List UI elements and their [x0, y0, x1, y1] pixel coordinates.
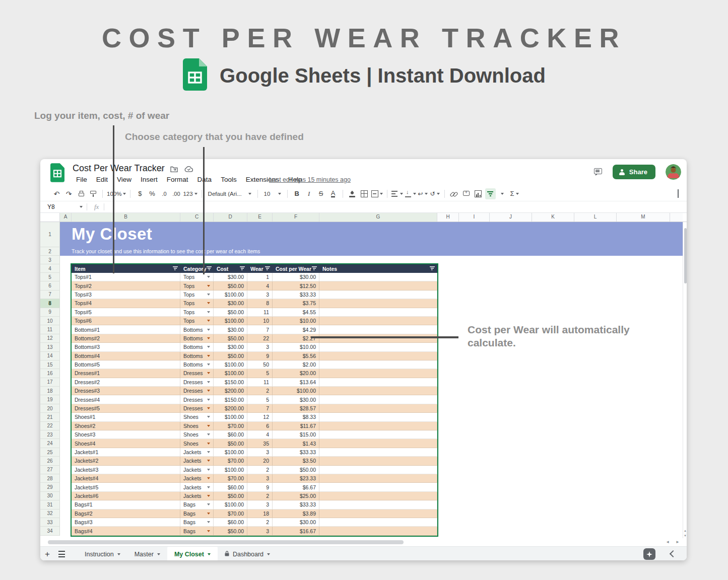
filter-funnel-icon[interactable]	[207, 266, 212, 271]
filter-funnel-icon[interactable]	[429, 266, 435, 271]
cell-cost[interactable]: $50.00	[214, 281, 247, 290]
cell-category[interactable]: Tops	[180, 308, 214, 317]
row-header-33[interactable]: 33	[40, 518, 60, 527]
cell-wear[interactable]: 4	[247, 281, 273, 290]
cell-notes[interactable]	[319, 518, 437, 527]
filter-funnel-icon[interactable]	[172, 266, 178, 271]
row-header-24[interactable]: 24	[40, 439, 60, 448]
fill-color-icon[interactable]	[347, 188, 358, 199]
cell-category[interactable]: Bags	[180, 518, 214, 527]
cell-cpw[interactable]: $15.00	[273, 430, 319, 439]
menu-format[interactable]: Format	[162, 175, 193, 184]
insert-link-icon[interactable]	[449, 188, 459, 199]
dropdown-arrow-icon[interactable]	[207, 486, 210, 488]
row-header-1[interactable]: 1	[40, 222, 60, 247]
column-header-G[interactable]: G	[319, 213, 437, 222]
cell-category[interactable]: Dresses	[180, 378, 214, 387]
row-header-8[interactable]: 8	[40, 299, 60, 308]
cell-category[interactable]: Bottoms	[180, 360, 214, 369]
borders-icon[interactable]	[359, 188, 370, 199]
cloud-status-icon[interactable]	[184, 165, 193, 174]
collapse-toolbar-icon[interactable]	[678, 189, 679, 198]
cell-cpw[interactable]: $10.00	[273, 343, 319, 351]
cell-wear[interactable]: 1	[247, 273, 273, 281]
row-header-10[interactable]: 10	[40, 317, 60, 325]
row-header-6[interactable]: 6	[40, 281, 60, 290]
dropdown-arrow-icon[interactable]	[207, 390, 210, 392]
vertical-scrollbar[interactable]: ▲ ▼	[683, 222, 687, 538]
cell-notes[interactable]	[319, 439, 437, 448]
row-header-9[interactable]: 9	[40, 308, 60, 317]
cell-item[interactable]: Jackets#1	[72, 448, 180, 457]
cell-cost[interactable]: $100.00	[214, 360, 247, 369]
cell-cpw[interactable]: $33.33	[273, 500, 319, 509]
menu-file[interactable]: File	[72, 175, 92, 184]
cell-item[interactable]: Jackets#4	[72, 474, 180, 483]
table-header-notes[interactable]: Notes	[319, 264, 437, 273]
cell-item[interactable]: Dresses#2	[72, 378, 180, 387]
cell-item[interactable]: Shoes#4	[72, 439, 180, 448]
dropdown-arrow-icon[interactable]	[207, 503, 210, 505]
row-header-4[interactable]: 4	[40, 264, 60, 273]
document-title[interactable]: Cost Per Wear Tracker	[73, 163, 165, 174]
cell-cpw[interactable]: $30.00	[273, 395, 319, 404]
cell-category[interactable]: Bottoms	[180, 325, 214, 334]
cell-wear[interactable]: 2	[247, 466, 273, 474]
cell-notes[interactable]	[319, 325, 437, 334]
cell-item[interactable]: Bags#2	[72, 510, 180, 518]
cell-category[interactable]: Tops	[180, 299, 214, 308]
cell-category[interactable]: Tops	[180, 273, 214, 281]
column-header-A[interactable]: A	[60, 213, 72, 222]
cell-wear[interactable]: 9	[247, 352, 273, 360]
cell-wear[interactable]: 3	[247, 474, 273, 483]
cell-wear[interactable]: 10	[247, 317, 273, 325]
cell-category[interactable]: Dresses	[180, 404, 214, 413]
cell-item[interactable]: Bottoms#4	[72, 352, 180, 360]
cell-category[interactable]: Dresses	[180, 369, 214, 378]
scroll-down-icon[interactable]: ▼	[684, 534, 687, 537]
table-header-wear[interactable]: Wear	[247, 264, 273, 273]
print-icon[interactable]	[76, 188, 86, 199]
horizontal-scrollbar[interactable]: ◄ ►	[40, 538, 687, 546]
paint-format-icon[interactable]	[88, 188, 98, 199]
cell-cpw[interactable]: $4.29	[273, 325, 319, 334]
row-header-23[interactable]: 23	[40, 430, 60, 439]
row-header-18[interactable]: 18	[40, 387, 60, 395]
cell-notes[interactable]	[319, 378, 437, 387]
add-sheet-button[interactable]: +	[40, 547, 54, 560]
cell-cpw[interactable]: $50.00	[273, 466, 319, 474]
cell-notes[interactable]	[319, 492, 437, 500]
cell-category[interactable]: Bags	[180, 510, 214, 518]
column-header-H[interactable]: H	[437, 213, 459, 222]
cell-wear[interactable]: 5	[247, 369, 273, 378]
increase-decimal-button[interactable]: .00	[171, 188, 181, 199]
cell-wear[interactable]: 11	[247, 378, 273, 387]
cell-cpw[interactable]: $23.33	[273, 474, 319, 483]
dropdown-arrow-icon[interactable]	[207, 416, 210, 418]
menu-insert[interactable]: Insert	[136, 175, 162, 184]
cell-item[interactable]: Bottoms#2	[72, 334, 180, 343]
cell-wear[interactable]: 3	[247, 343, 273, 351]
cell-item[interactable]: Dresses#1	[72, 369, 180, 378]
row-header-11[interactable]: 11	[40, 325, 60, 334]
move-folder-icon[interactable]	[170, 165, 178, 174]
cell-item[interactable]: Jackets#2	[72, 457, 180, 465]
cell-notes[interactable]	[319, 369, 437, 378]
cell-item[interactable]: Bottoms#3	[72, 343, 180, 351]
cell-cost[interactable]: $30.00	[214, 325, 247, 334]
row-header-30[interactable]: 30	[40, 492, 60, 500]
cell-cpw[interactable]: $30.00	[273, 518, 319, 527]
table-header-cost-per-wear[interactable]: Cost per Wear	[273, 264, 319, 273]
horizontal-align-icon[interactable]	[391, 188, 403, 199]
cell-notes[interactable]	[319, 457, 437, 465]
italic-button[interactable]: I	[304, 188, 314, 199]
cell-notes[interactable]	[319, 334, 437, 343]
cell-cpw[interactable]: $16.67	[273, 527, 319, 535]
tab-my-closet[interactable]: My Closet	[167, 547, 218, 560]
dropdown-arrow-icon[interactable]	[207, 451, 210, 453]
dropdown-arrow-icon[interactable]	[207, 433, 210, 436]
menu-view[interactable]: View	[112, 175, 136, 184]
dropdown-arrow-icon[interactable]	[207, 302, 210, 304]
cell-category[interactable]: Bottoms	[180, 343, 214, 351]
cell-wear[interactable]: 7	[247, 404, 273, 413]
